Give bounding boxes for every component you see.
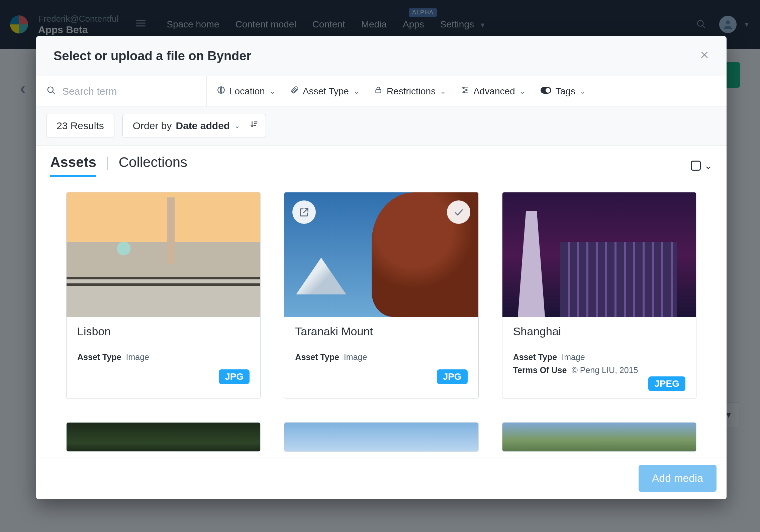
asset-thumbnail[interactable] [284, 423, 478, 451]
results-count: 23 Results [46, 114, 114, 138]
sort-direction-button[interactable] [242, 114, 266, 138]
filter-restrictions[interactable]: Restrictions ⌄ [374, 86, 446, 97]
sliders-icon [461, 86, 469, 97]
asset-thumbnail[interactable] [284, 192, 478, 317]
asset-card[interactable]: Shanghai Asset Type Image Terms Of Use ©… [502, 192, 696, 399]
asset-thumbnail[interactable] [67, 423, 260, 451]
checkbox-icon [691, 161, 701, 171]
filter-bar: Location ⌄ Asset Type ⌄ Restrictions ⌄ [36, 76, 727, 106]
search-box[interactable] [36, 76, 207, 106]
asset-thumbnail[interactable] [67, 192, 260, 317]
filter-label: Restrictions [387, 86, 436, 97]
modal-content: Assets | Collections ⌄ Lisbon Asset Type… [36, 146, 727, 457]
chevron-down-icon: ⌄ [520, 87, 526, 95]
add-media-button[interactable]: Add media [639, 465, 717, 492]
search-icon [46, 85, 56, 97]
filter-label: Location [229, 86, 265, 97]
filter-location[interactable]: Location ⌄ [217, 86, 275, 97]
close-icon[interactable] [700, 50, 709, 62]
tab-collections[interactable]: Collections [119, 154, 187, 175]
asset-card[interactable]: Taranaki Mount Asset Type Image JPG [284, 192, 478, 399]
asset-card[interactable] [502, 422, 696, 452]
tab-separator: | [106, 154, 109, 170]
filter-label: Tags [556, 86, 575, 97]
svg-point-16 [466, 89, 467, 91]
order-value: Date added [176, 120, 230, 131]
svg-rect-11 [376, 90, 381, 93]
meta-value: © Peng LIU, 2015 [571, 365, 638, 375]
lock-icon [374, 86, 383, 97]
open-external-icon[interactable] [292, 200, 316, 224]
meta-value: Image [344, 352, 367, 362]
chevron-down-icon: ⌄ [354, 87, 359, 95]
filter-label: Advanced [473, 86, 515, 97]
paperclip-icon [290, 86, 299, 97]
meta-label: Asset Type [295, 352, 339, 362]
asset-title: Lisbon [77, 325, 250, 346]
globe-icon [217, 86, 225, 97]
tabs: Assets | Collections [50, 154, 187, 177]
meta-value: Image [562, 352, 585, 362]
selected-check-icon[interactable] [447, 200, 470, 224]
modal-header: Select or upload a file on Bynder [36, 36, 727, 76]
filter-tags[interactable]: Tags ⌄ [540, 86, 586, 97]
format-badge: JPEG [648, 376, 685, 391]
asset-thumbnail[interactable] [502, 423, 696, 451]
chevron-down-icon: ⌄ [440, 87, 446, 95]
tab-assets[interactable]: Assets [50, 154, 96, 177]
chevron-down-icon: ⌄ [704, 160, 712, 171]
order-prefix: Order by [133, 120, 172, 131]
chevron-down-icon: ⌄ [580, 87, 586, 95]
asset-title: Taranaki Mount [295, 325, 467, 346]
meta-label: Asset Type [77, 352, 121, 362]
meta-value: Image [126, 352, 149, 362]
format-badge: JPG [437, 369, 468, 384]
chevron-down-icon: ⌄ [234, 122, 240, 130]
format-badge: JPG [219, 369, 250, 384]
bynder-modal: Select or upload a file on Bynder Locati… [36, 36, 727, 499]
svg-point-19 [546, 88, 550, 93]
asset-card[interactable] [66, 422, 261, 452]
asset-title: Shanghai [513, 325, 685, 346]
svg-point-8 [48, 87, 53, 92]
svg-point-15 [463, 87, 464, 88]
filter-asset-type[interactable]: Asset Type ⌄ [290, 86, 359, 97]
asset-grid: Lisbon Asset Type Image JPG [50, 192, 712, 452]
filter-advanced[interactable]: Advanced ⌄ [461, 86, 526, 97]
filter-label: Asset Type [303, 86, 349, 97]
asset-card[interactable]: Lisbon Asset Type Image JPG [66, 192, 261, 399]
modal-footer: Add media [36, 457, 727, 499]
svg-line-9 [53, 92, 54, 93]
svg-point-17 [464, 91, 465, 93]
search-input[interactable] [62, 86, 196, 97]
meta-label: Asset Type [513, 352, 557, 362]
result-bar: 23 Results Order by Date added ⌄ [36, 106, 727, 146]
toggle-icon [540, 86, 552, 96]
order-by-button[interactable]: Order by Date added ⌄ [122, 114, 251, 138]
chevron-down-icon: ⌄ [270, 87, 275, 95]
sort-control[interactable]: Order by Date added ⌄ [122, 114, 266, 138]
asset-card[interactable] [284, 422, 478, 452]
selection-options[interactable]: ⌄ [691, 160, 712, 171]
asset-thumbnail[interactable] [502, 192, 696, 317]
modal-title: Select or upload a file on Bynder [54, 49, 251, 63]
meta-label: Terms Of Use [513, 365, 567, 375]
